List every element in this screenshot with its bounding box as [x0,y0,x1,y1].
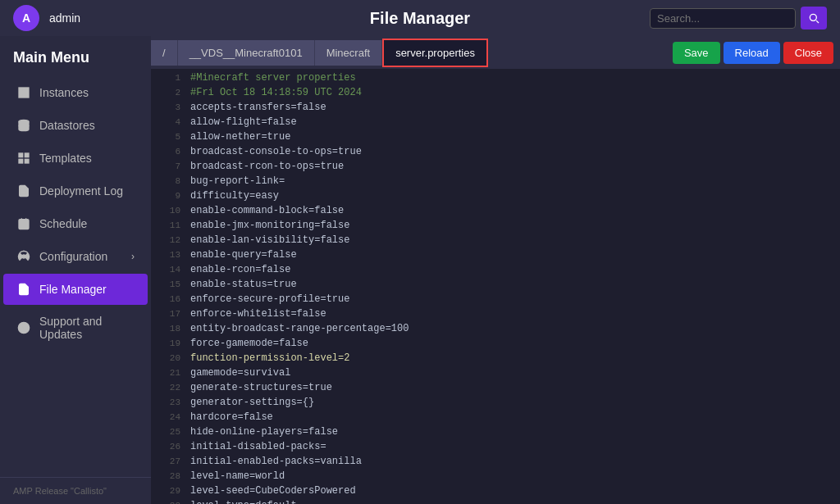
line-content: function-permission-level=2 [190,352,349,364]
line-number: 15 [158,279,180,289]
sidebar-item-instances-label: Instances [39,86,89,99]
search-input[interactable] [657,12,788,25]
code-line: 26initial-disabled-packs= [151,441,840,456]
sidebar-item-configuration-label: Configuration [39,250,107,263]
action-buttons: Save Reload Close [666,42,840,64]
sidebar-item-datastores[interactable]: Datastores [3,110,148,141]
line-number: 4 [158,116,180,127]
line-content: allow-nether=true [190,131,290,143]
instances-icon [16,85,31,100]
line-content: initial-disabled-packs= [190,441,326,452]
line-number: 24 [158,411,180,422]
code-line: 10enable-command-block=false [151,205,840,220]
sidebar-item-templates-label: Templates [39,152,92,165]
line-number: 23 [158,397,180,407]
code-editor[interactable]: 1#Minecraft server properties2#Fri Oct 1… [151,69,840,504]
sidebar-item-file-manager-label: File Manager [39,283,107,296]
sidebar-item-datastores-label: Datastores [39,119,95,132]
sidebar-item-file-manager[interactable]: File Manager [3,274,148,305]
page-title: File Manager [370,9,470,28]
line-content: enable-rcon=false [190,264,290,275]
sidebar: Main Menu Instances Datastores Templates [0,36,151,504]
file-manager-icon [16,282,31,297]
code-line: 7broadcast-rcon-to-ops=true [151,161,840,175]
line-number: 21 [158,367,180,378]
code-line: 15enable-status=true [151,279,840,293]
code-line: 9difficulty=easy [151,190,840,205]
line-number: 27 [158,456,180,466]
code-line: 13enable-query=false [151,249,840,264]
line-content: enforce-whitelist=false [190,308,326,320]
code-line: 20function-permission-level=2 [151,352,840,367]
line-number: 2 [158,87,180,98]
code-line: 19force-gamemode=false [151,338,840,352]
breadcrumb-root[interactable]: / [151,40,178,66]
line-content: enable-command-block=false [190,205,344,216]
line-content: enable-status=true [190,279,297,290]
save-button[interactable]: Save [673,42,720,64]
line-number: 18 [158,323,180,334]
line-content: broadcast-console-to-ops=true [190,146,362,157]
username-label: admin [49,11,80,25]
line-number: 22 [158,382,180,393]
support-icon [16,320,31,335]
line-number: 26 [158,441,180,452]
datastores-icon [16,118,31,133]
line-content: force-gamemode=false [190,338,308,349]
sidebar-item-deployment-log[interactable]: Deployment Log [3,175,148,207]
line-number: 1 [158,72,180,83]
sidebar-item-support[interactable]: Support and Updates [3,306,148,349]
svg-rect-6 [25,153,29,157]
line-number: 11 [158,220,180,230]
line-content: #Fri Oct 18 14:18:59 UTC 2024 [190,87,362,98]
svg-rect-5 [19,153,23,157]
search-box[interactable] [650,8,796,29]
line-number: 19 [158,338,180,348]
svg-rect-2 [19,93,23,98]
line-content: level-type=default [190,500,297,504]
header: A admin File Manager [0,0,840,36]
code-line: 27initial-enabled-packs=vanilla [151,456,840,470]
breadcrumb-server-props[interactable]: server.properties [382,39,488,67]
line-number: 16 [158,293,180,304]
line-content: hide-online-players=false [190,426,338,438]
line-content: bug-report-link= [190,175,285,187]
line-content: entity-broadcast-range-percentage=100 [190,323,409,334]
sidebar-item-deployment-log-label: Deployment Log [39,184,123,198]
sidebar-item-support-label: Support and Updates [39,315,135,341]
code-line: 1#Minecraft server properties [151,72,840,87]
sidebar-footer: AMP Release "Callisto" [0,477,151,504]
search-button[interactable] [801,7,827,30]
line-number: 3 [158,102,180,112]
code-line: 29level-seed=CubeCodersPowered [151,485,840,500]
chevron-right-icon: › [131,251,135,262]
breadcrumb: / __VDS__Minecraft0101 Minecraft server.… [151,39,666,67]
line-content: gamemode=survival [190,367,290,379]
code-line: 12enable-lan-visibility=false [151,234,840,249]
reload-button[interactable]: Reload [724,42,780,64]
code-line: 11enable-jmx-monitoring=false [151,220,840,234]
schedule-icon [16,216,31,231]
code-line: 17enforce-whitelist=false [151,308,840,323]
code-line: 3accepts-transfers=false [151,102,840,116]
sidebar-item-templates[interactable]: Templates [3,143,148,174]
line-number: 7 [158,161,180,171]
close-button[interactable]: Close [783,42,833,64]
line-number: 12 [158,234,180,245]
line-number: 5 [158,131,180,142]
breadcrumb-vds[interactable]: __VDS__Minecraft0101 [178,40,315,66]
content-area: / __VDS__Minecraft0101 Minecraft server.… [151,36,840,504]
avatar: A [13,5,39,31]
file-toolbar: / __VDS__Minecraft0101 Minecraft server.… [151,36,840,69]
svg-rect-11 [19,220,29,229]
breadcrumb-minecraft[interactable]: Minecraft [315,40,382,66]
line-content: hardcore=false [190,411,273,423]
sidebar-item-instances[interactable]: Instances [3,77,148,108]
code-line: 16enforce-secure-profile=true [151,293,840,308]
templates-icon [16,151,31,166]
line-content: level-name=world [190,470,285,482]
sidebar-item-schedule[interactable]: Schedule [3,208,148,239]
sidebar-item-configuration[interactable]: Configuration › [3,241,148,272]
code-line: 30level-type=default [151,500,840,504]
line-number: 13 [158,249,180,260]
